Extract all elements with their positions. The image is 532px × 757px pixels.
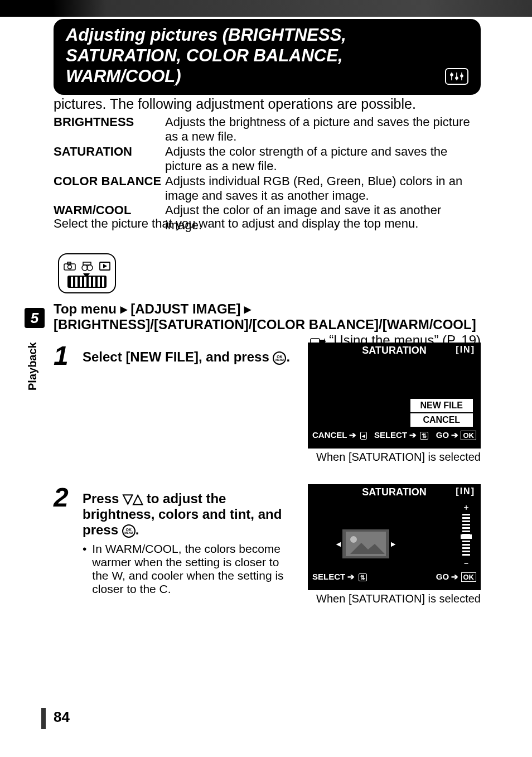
updown-key-icon: ⇅: [359, 573, 367, 581]
mode-barrel-icon: [67, 276, 107, 288]
step-body: Select [NEW FILE], and press OKMENU.: [83, 343, 298, 464]
footer-select: SELECT ➔ ⇅: [312, 572, 367, 582]
option-stack: NEW FILE CANCEL: [410, 399, 473, 427]
svg-rect-11: [83, 262, 91, 265]
step-heading: Select [NEW FILE], and press OKMENU.: [83, 349, 298, 365]
step-head-pre: Select [NEW FILE], and press: [83, 349, 273, 364]
step-head-post: .: [136, 522, 139, 537]
mode-icons-row: [64, 261, 110, 273]
breadcrumb-path: Top menu ▸ [ADJUST IMAGE] ▸ [BRIGHTNESS]…: [54, 301, 476, 332]
minus-icon: －: [462, 558, 470, 568]
screen-footer: SELECT ➔ ⇅ GO ➔ OK: [308, 572, 481, 585]
definition-body: Adjusts the brightness of a picture and …: [165, 115, 481, 144]
intro-text: This function lets you adjust still pict…: [54, 78, 481, 113]
screen-title: SATURATION: [362, 345, 426, 356]
ok-key-icon: OK: [461, 572, 477, 582]
screen-header: SATURATION [IN]: [308, 343, 481, 358]
step-bullet: • In WARM/COOL, the colors become warmer…: [83, 542, 298, 596]
screen-caption: When [SATURATION] is selected: [308, 451, 481, 464]
page-marker: [41, 708, 46, 729]
arrow-icon: ➔: [347, 572, 355, 581]
step-head-text: Press ▽△ to adjust the brightness, color…: [83, 491, 282, 537]
option-cancel: CANCEL: [410, 413, 473, 427]
definition-term: BRIGHTNESS: [54, 115, 165, 144]
ok-key-icon: OK: [461, 431, 476, 440]
definitions-list: BRIGHTNESS Adjusts the brightness of a p…: [54, 115, 481, 233]
definition-body: Adjusts individual RGB (Red, Green, Blue…: [165, 174, 481, 204]
chapter-label: Playback: [26, 342, 39, 390]
camera-icon: [64, 262, 76, 273]
svg-point-16: [350, 536, 357, 543]
landscape-icon: [346, 532, 386, 556]
definition-row: COLOR BALANCE Adjusts individual RGB (Re…: [54, 174, 481, 204]
screen-body: NEW FILE CANCEL: [308, 358, 481, 430]
breadcrumb: Top menu ▸ [ADJUST IMAGE] ▸ [BRIGHTNESS]…: [54, 301, 481, 348]
mode-barrel-wrap: [67, 276, 107, 288]
mode-dial-icon: [58, 253, 116, 293]
footer-select: SELECT ➔ ⇅: [374, 430, 429, 440]
bullet-icon: •: [83, 542, 86, 596]
playback-icon: [99, 262, 110, 273]
arrow-icon: ➔: [409, 430, 417, 440]
option-new-file: NEW FILE: [410, 399, 473, 412]
svg-rect-7: [67, 262, 71, 264]
step-1: 1 Select [NEW FILE], and press OKMENU. S…: [54, 343, 481, 464]
svg-marker-13: [103, 264, 107, 268]
footer-go: GO ➔ OK: [436, 430, 476, 440]
step-number: 2: [54, 484, 72, 605]
footer-go: GO ➔ OK: [436, 572, 476, 582]
step-number: 1: [54, 343, 72, 464]
definition-term: SATURATION: [54, 144, 165, 174]
svg-point-8: [68, 265, 72, 269]
step-body: Press ▽△ to adjust the brightness, color…: [83, 484, 298, 605]
screen-footer: CANCEL ➔ ◂ SELECT ➔ ⇅ GO ➔ OK: [308, 430, 481, 443]
definition-term: COLOR BALANCE: [54, 174, 165, 204]
slider-thumb: [461, 534, 472, 539]
video-icon: [81, 261, 94, 273]
definition-body: Adjusts the color strength of a picture …: [165, 144, 481, 174]
step-heading: Press ▽△ to adjust the brightness, color…: [83, 491, 298, 538]
slider: ＋ －: [460, 503, 473, 568]
step-2: 2 Press ▽△ to adjust the brightness, col…: [54, 484, 481, 605]
step-right-col: SATURATION [IN] NEW FILE CANCEL CANCEL ➔…: [308, 343, 481, 464]
footer-cancel: CANCEL ➔ ◂: [312, 430, 367, 440]
definition-row: SATURATION Adjusts the color strength of…: [54, 144, 481, 174]
camera-screen: SATURATION [IN] ＋ －: [308, 484, 481, 590]
svg-point-1: [451, 74, 453, 76]
back-key-icon: ◂: [360, 432, 367, 440]
section-title-text: Adjusting pictures (BRIGHTNESS, SATURATI…: [66, 25, 439, 87]
step-head-post: .: [286, 349, 290, 364]
screen-caption: When [SATURATION] is selected: [308, 592, 481, 605]
svg-point-5: [461, 75, 463, 77]
chapter-tab: 5: [25, 308, 45, 328]
arrow-icon: ➔: [451, 430, 458, 440]
updown-key-icon: ⇅: [420, 432, 428, 440]
in-badge: [IN]: [456, 345, 475, 355]
ok-menu-button-icon: OKMENU: [273, 351, 286, 365]
plus-icon: ＋: [462, 503, 470, 513]
preview-thumbnail: [342, 529, 389, 558]
screen-header: SATURATION [IN]: [308, 484, 481, 499]
in-badge: [IN]: [456, 486, 475, 496]
arrow-icon: ➔: [349, 430, 356, 440]
screen-body: ＋ －: [308, 499, 481, 572]
select-note: Select the picture that you want to adju…: [54, 216, 418, 231]
chapter-number: 5: [31, 310, 38, 327]
ok-menu-button-icon: OKMENU: [122, 524, 136, 538]
slider-track: [462, 514, 470, 557]
camera-screen: SATURATION [IN] NEW FILE CANCEL CANCEL ➔…: [308, 343, 481, 449]
bullet-text: In WARM/COOL, the colors become warmer w…: [92, 542, 298, 596]
page-number: 84: [54, 708, 70, 726]
page-top-bar: [0, 0, 532, 17]
definition-row: BRIGHTNESS Adjusts the brightness of a p…: [54, 115, 481, 144]
step-right-col: SATURATION [IN] ＋ －: [308, 484, 481, 605]
screen-title: SATURATION: [362, 486, 426, 498]
arrow-icon: ➔: [451, 572, 458, 581]
